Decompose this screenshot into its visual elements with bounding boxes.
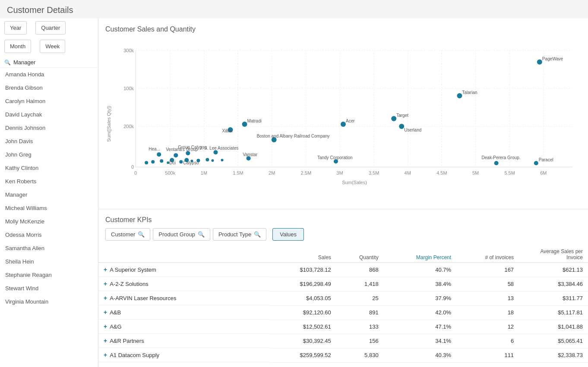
invoices-cell: 18 (456, 305, 519, 320)
customer-name: A-2-Z Solutions (110, 281, 149, 287)
margin-cell: 38.4% (384, 277, 456, 291)
svg-text:6M: 6M (540, 170, 547, 176)
scatter-point[interactable] (160, 159, 163, 163)
expand-btn[interactable]: + (104, 266, 107, 273)
expand-btn[interactable]: + (104, 309, 107, 316)
expand-btn[interactable]: + (104, 295, 107, 301)
scatter-point[interactable] (494, 161, 499, 165)
sales-cell: $4,053.05 (270, 291, 336, 305)
svg-text:Dci: Dci (169, 160, 175, 165)
quantity-cell: 868 (336, 263, 384, 277)
manager-item[interactable]: Ken Roberts (0, 175, 98, 188)
kpi-table: Sales Quantity Margin Percent # of invoi… (98, 245, 588, 367)
expand-btn[interactable]: + (104, 337, 107, 344)
chart-section: Customer Sales and Quantity Sum([Sales Q… (98, 19, 588, 208)
scatter-point[interactable] (221, 159, 223, 161)
avg-sales-cell: $3,384.46 (519, 277, 588, 291)
manager-item[interactable]: Stewart Wind (0, 282, 98, 295)
x-axis-label: Sum(Sales) (342, 180, 367, 185)
sales-cell: $196,298.49 (270, 277, 336, 291)
scatter-point[interactable] (186, 151, 190, 155)
scatter-point[interactable] (213, 150, 218, 154)
scatter-point[interactable] (190, 160, 193, 162)
sidebar-filter-week[interactable]: Week (40, 40, 65, 53)
manager-item[interactable]: John Davis (0, 135, 98, 148)
manager-item[interactable]: Amanda Honda (0, 68, 98, 81)
scatter-point[interactable] (174, 153, 178, 157)
scatter-point[interactable] (534, 161, 538, 165)
manager-item[interactable]: Kathy Clinton (0, 161, 98, 175)
sidebar-filter-quarter[interactable]: Quarter (35, 21, 66, 35)
manager-item[interactable]: Carolyn Halmon (0, 94, 98, 108)
manager-item[interactable]: Dennis Johnson (0, 121, 98, 135)
scatter-point[interactable] (196, 159, 200, 162)
manager-item[interactable]: Sheila Hein (0, 255, 98, 268)
margin-cell: 40.3% (384, 348, 456, 362)
scatter-point[interactable] (151, 160, 155, 163)
invoices-cell: 13 (456, 291, 519, 305)
manager-section: 🔍 Manager Amanda HondaBrenda GibsonCarol… (0, 56, 98, 367)
kpi-title: Customer KPIs (98, 210, 588, 228)
manager-item[interactable]: John Greg (0, 148, 98, 161)
table-row: + A-ARVIN Laser Resources $4,053.05 25 3… (98, 291, 588, 305)
manager-item[interactable]: Stephanie Reagan (0, 268, 98, 282)
product-group-filter-btn[interactable]: Product Group 🔍 (153, 228, 210, 241)
chart-title: Customer Sales and Quantity (105, 25, 581, 33)
expand-btn[interactable]: + (104, 280, 107, 287)
manager-item[interactable]: Odessa Morris (0, 228, 98, 242)
scatter-point[interactable] (391, 116, 396, 121)
y-axis-label: Sum([Sales Qty]) (106, 106, 111, 142)
customer-name: A&R Partners (110, 338, 144, 344)
manager-item[interactable]: Manager (0, 188, 98, 201)
values-button[interactable]: Values (272, 228, 304, 241)
scatter-point[interactable] (145, 161, 148, 164)
expand-btn[interactable]: + (104, 323, 107, 330)
product-type-filter-btn[interactable]: Product Type 🔍 (213, 228, 266, 241)
scatter-point[interactable] (179, 160, 183, 163)
svg-text:100k: 100k (123, 86, 134, 91)
sales-cell: $12,502.61 (270, 320, 336, 334)
manager-item[interactable]: Virginia Mountain (0, 295, 98, 308)
scatter-point[interactable] (211, 159, 214, 162)
svg-text:2M: 2M (269, 170, 275, 176)
svg-text:Boston and Albany Railroad Com: Boston and Albany Railroad Company (257, 134, 330, 138)
scatter-point[interactable] (399, 124, 404, 129)
chart-container: Sum([Sales Qty]) 0 100k (105, 38, 581, 201)
svg-text:Group Calypso: Group Calypso (178, 145, 207, 150)
col-header-sales: Sales (270, 245, 336, 263)
invoices-cell: 6 (456, 334, 519, 348)
product-type-filter-label: Product Type (218, 231, 251, 238)
margin-cell: 40.7% (384, 263, 456, 277)
scatter-point[interactable] (537, 60, 542, 65)
sidebar-filter-year[interactable]: Year (4, 21, 27, 35)
page-title: Customer Details (0, 0, 588, 19)
scatter-point[interactable] (457, 93, 462, 98)
product-type-search-icon: 🔍 (254, 231, 261, 238)
svg-text:300k: 300k (123, 48, 134, 53)
scatter-point[interactable] (157, 152, 161, 157)
quantity-cell: 25 (336, 291, 384, 305)
expand-btn[interactable]: + (104, 351, 107, 358)
table-row: + A&B $92,120.60 891 42.0% 18 $5,117.81 (98, 305, 588, 320)
customer-search-icon: 🔍 (138, 231, 145, 238)
sidebar-filter-month[interactable]: Month (4, 40, 31, 53)
col-header-customer (98, 245, 270, 263)
manager-item[interactable]: Brenda Gibson (0, 81, 98, 94)
customer-filter-btn[interactable]: Customer 🔍 (105, 228, 150, 241)
avg-sales-cell: $5,117.81 (519, 305, 588, 320)
customer-cell: + A&R Partners (98, 334, 270, 348)
avg-sales-cell: $5,065.41 (519, 334, 588, 348)
manager-item[interactable]: Molly McKenzie (0, 215, 98, 228)
svg-text:Matradi: Matradi (247, 119, 262, 123)
scatter-point[interactable] (167, 161, 169, 164)
customer-cell: + A-ARVIN Laser Resources (98, 291, 270, 305)
scatter-point[interactable] (205, 158, 209, 161)
customer-filter-label: Customer (111, 231, 135, 238)
svg-text:Paracel: Paracel (539, 157, 553, 162)
manager-item[interactable]: David Laychak (0, 108, 98, 121)
svg-text:Acer: Acer (346, 119, 355, 123)
scatter-point[interactable] (242, 122, 247, 127)
manager-item[interactable]: Samantha Allen (0, 242, 98, 255)
scatter-point[interactable] (341, 122, 346, 127)
manager-item[interactable]: Micheal Williams (0, 201, 98, 215)
